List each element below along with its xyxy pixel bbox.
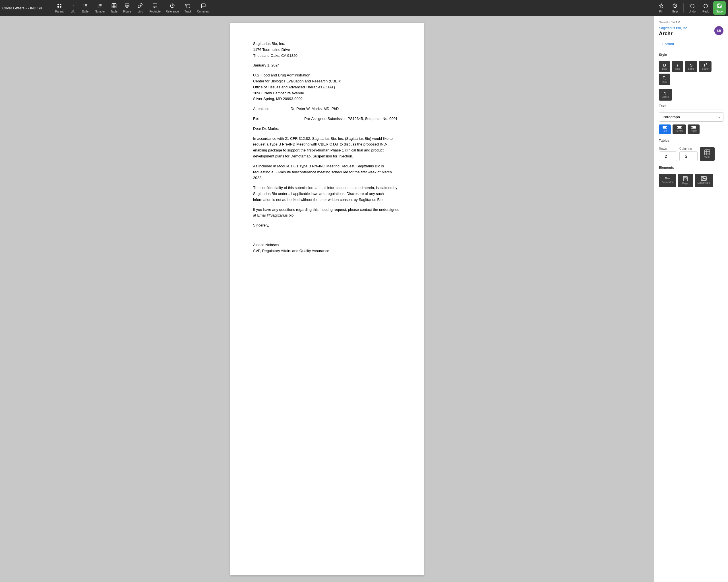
save-label: Save	[716, 10, 723, 13]
doc-salutation: Dear Dr. Marks:	[253, 126, 401, 132]
svg-rect-32	[677, 126, 682, 127]
svg-rect-37	[691, 129, 696, 129]
toolbar-item-parent[interactable]: Parent	[53, 1, 66, 15]
reference-icon	[170, 3, 175, 9]
toolbar-item-footnote[interactable]: Footnote	[147, 1, 163, 15]
toolbar-item-table[interactable]: Table	[108, 1, 120, 15]
re-value: Pre-Assigned Submission PS12345, Sequenc…	[282, 116, 401, 122]
bullet-label: Bullet	[82, 10, 89, 13]
text-section-label: Text	[659, 104, 724, 109]
toolbar: Cover Letters - - IND Su Parent Lift Bul…	[0, 0, 728, 16]
toolbar-item-pin[interactable]: Pin	[655, 1, 668, 15]
svg-rect-35	[691, 126, 696, 127]
italic-button[interactable]: I Italic	[672, 61, 683, 72]
align-left-label: Left	[662, 130, 667, 133]
toolbar-group-main: Parent Lift Bullet 1.2.3. Number	[53, 1, 654, 15]
separator-label: Separator	[662, 181, 673, 184]
bold-label: Bold	[662, 67, 667, 70]
tab-format[interactable]: Format	[659, 40, 677, 48]
tables-section-label: Tables	[659, 139, 724, 144]
signer-title: SVP, Regulatory Affairs and Quality Assu…	[253, 248, 401, 254]
toolbar-item-figure[interactable]: Figure	[121, 1, 133, 15]
super-icon: T3	[704, 63, 707, 67]
doc-para-1: In accordance with 21 CFR 312.82, Sagitt…	[253, 136, 401, 160]
insert-table-label: Table	[704, 156, 710, 159]
recipient-line3: Office of Tissues and Advanced Therapies…	[253, 84, 401, 90]
paragraph-select[interactable]: Paragraph Heading 1 Heading 2 Heading 3 …	[659, 112, 724, 121]
svg-rect-33	[678, 127, 681, 128]
redo-label: Redo	[702, 10, 709, 13]
separator-button[interactable]: Separator	[659, 174, 676, 187]
sender-line1: Sagittarius Bio, Inc.	[253, 41, 401, 47]
page-button[interactable]: Page	[678, 174, 693, 187]
undo-icon	[690, 3, 695, 9]
landscape-icon	[701, 176, 707, 181]
toolbar-item-bullet[interactable]: Bullet	[79, 1, 92, 15]
strike-button[interactable]: S Strike	[685, 61, 697, 72]
help-label: Help	[672, 10, 678, 13]
toolbar-right: Pin Help Undo Redo Save	[655, 1, 726, 15]
panel-title: Archr	[659, 31, 687, 37]
svg-rect-3	[60, 6, 61, 7]
toolbar-item-number[interactable]: 1.2.3. Number	[93, 1, 107, 15]
svg-rect-0	[57, 4, 59, 5]
svg-rect-36	[693, 127, 696, 128]
track-icon	[185, 3, 190, 9]
doc-closing: Sincerely,	[253, 223, 401, 228]
bold-button[interactable]: B Bold	[659, 61, 670, 72]
footnote-label: Footnote	[149, 10, 160, 13]
svg-point-50	[702, 177, 704, 178]
re-label: Re:	[253, 116, 282, 122]
style-extra-buttons: ¶ Space	[659, 89, 724, 101]
pin-icon	[659, 3, 664, 9]
svg-rect-38	[705, 150, 710, 155]
toolbar-item-undo[interactable]: Undo	[686, 1, 698, 15]
align-right-button[interactable]: Right	[687, 124, 700, 134]
doc-area: Sagittarius Bio, Inc. 1176 Tourmaline Dr…	[0, 16, 654, 582]
space-icon: ¶	[664, 91, 667, 95]
svg-rect-29	[662, 126, 667, 127]
comment-label: Comment	[197, 10, 209, 13]
align-left-button[interactable]: Left	[659, 124, 671, 134]
sub-button[interactable]: T2 Sub	[659, 74, 670, 85]
avatar: SB	[714, 26, 724, 35]
redo-icon	[703, 3, 708, 9]
footnote-icon	[152, 3, 158, 9]
space-button[interactable]: ¶ Space	[659, 89, 672, 101]
landscape-button[interactable]: Landscape	[695, 174, 713, 187]
cols-col: Columns	[679, 147, 698, 161]
svg-rect-30	[662, 127, 666, 128]
align-center-button[interactable]: Center	[673, 124, 686, 134]
panel-tabs: Format	[659, 40, 724, 48]
cols-input[interactable]	[679, 151, 698, 161]
panel-org-title: Sagittarius Bio, Inc Archr	[659, 26, 687, 37]
landscape-label: Landscape	[698, 181, 710, 184]
toolbar-item-reference[interactable]: Reference	[163, 1, 181, 15]
recipient-line2: Center for Biologics Evaluation and Rese…	[253, 78, 401, 84]
doc-page[interactable]: Sagittarius Bio, Inc. 1176 Tourmaline Dr…	[230, 23, 424, 575]
svg-rect-46	[683, 176, 687, 181]
space-label: Space	[662, 95, 669, 98]
attention-line: Attention: Dr. Peter W. Marks, MD, PhD	[253, 106, 401, 112]
insert-table-icon	[704, 149, 710, 155]
toolbar-item-lift[interactable]: Lift	[66, 1, 79, 15]
svg-rect-34	[677, 129, 682, 129]
italic-label: Italic	[675, 67, 680, 70]
toolbar-item-link[interactable]: Link	[134, 1, 147, 15]
doc-para-3: The confidentiality of this submission, …	[253, 185, 401, 203]
table-inputs: Rows Columns Table	[659, 147, 724, 161]
toolbar-item-redo[interactable]: Redo	[700, 1, 712, 15]
toolbar-item-save[interactable]: Save	[713, 1, 726, 15]
panel-saved: Saved 9:14 AM	[659, 21, 680, 24]
align-center-label: Center	[675, 130, 683, 133]
super-button[interactable]: T3 Super	[699, 61, 711, 72]
align-right-label: Right	[691, 130, 697, 133]
toolbar-item-track[interactable]: Track	[182, 1, 194, 15]
rows-input[interactable]	[659, 151, 677, 161]
table-label: Table	[111, 10, 118, 13]
attention-value: Dr. Peter W. Marks, MD, PhD	[282, 106, 401, 112]
comment-icon	[201, 3, 206, 9]
insert-table-button[interactable]: Table	[700, 147, 714, 161]
toolbar-item-help[interactable]: Help	[669, 1, 681, 15]
toolbar-item-comment[interactable]: Comment	[195, 1, 212, 15]
